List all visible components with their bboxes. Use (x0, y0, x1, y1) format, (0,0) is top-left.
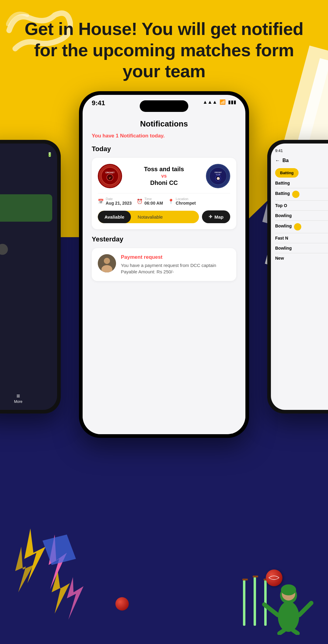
right-yellow-dot-2 (294, 223, 301, 230)
right-screen-content: 9:41 🔋 ← Ba Batting Batting Batting Top … (271, 144, 328, 267)
available-button[interactable]: Avaliable (98, 211, 131, 223)
wifi-icon: 📶 (220, 99, 226, 105)
back-arrow-icon[interactable]: ← (275, 158, 280, 163)
right-top-label: Top O (275, 203, 328, 208)
left-view-all-1[interactable]: View all (0, 234, 52, 239)
calendar-icon: 📅 (98, 199, 104, 204)
time-label: Time (145, 197, 163, 201)
batting-active-label: Batting (275, 168, 299, 178)
payment-title: Payment request (121, 254, 230, 260)
right-bowling-3: Bowling (275, 246, 328, 251)
not-available-button[interactable]: Notavaliable (131, 211, 169, 223)
svg-line-30 (293, 630, 298, 633)
payment-avatar (98, 254, 116, 272)
left-avatar-row (0, 244, 52, 255)
left-status-bar: 9:41 🔋 (0, 150, 52, 157)
payment-card: Payment request You have a payment reque… (92, 248, 236, 281)
right-batting-1: Batting (275, 181, 328, 185)
battery-icon: ▮▮▮ (228, 99, 236, 105)
bottom-section (0, 468, 328, 644)
right-batting-active-pill[interactable]: Batting (275, 168, 328, 181)
phone-right: 9:41 🔋 ← Ba Batting Batting Batting Top … (267, 140, 328, 414)
phone-left-screen: 9:41 🔋 🔔 🔍 m View all B View all (0, 144, 57, 410)
right-bowling-1: Bowling (275, 213, 328, 218)
right-back-label: Ba (282, 158, 289, 163)
summary-suffix: today. (150, 133, 165, 139)
team2-name: Dhoni CC (122, 179, 206, 186)
payment-content: Payment request You have a payment reque… (121, 254, 230, 275)
left-battery-icon: 🔋 (47, 152, 52, 157)
right-divider-5 (275, 233, 328, 233)
phone-center: 9:41 ▲▲▲ 📶 ▮▮▮ Notifications You have 1 … (79, 91, 249, 438)
right-divider-7 (275, 253, 328, 253)
date-value: Aug 21, 2023 (106, 201, 132, 206)
dynamic-island (140, 100, 188, 112)
right-batting-2: Batting (275, 191, 290, 196)
time-value: 06:00 AM (145, 201, 163, 206)
right-divider-1 (275, 188, 328, 188)
svg-rect-17 (243, 580, 245, 626)
svg-line-29 (279, 630, 284, 633)
date-detail: 📅 Date Aug 21, 2023 (98, 197, 132, 206)
svg-line-27 (264, 604, 278, 615)
cricket-ball-2 (115, 597, 129, 611)
right-divider-2 (275, 200, 328, 201)
screen-content[interactable]: Notifications You have 1 Notification to… (83, 116, 245, 434)
team2-logo: CRICKET CLUB ⚾ (206, 164, 230, 188)
right-fast-label: Fast N (275, 236, 328, 241)
right-bowling-2: Bowling (275, 223, 292, 228)
payment-description: You have a payment request from DCC capt… (121, 262, 230, 275)
right-divider-4 (275, 220, 328, 221)
match-vs: Toss and tails vs Dhoni CC (122, 166, 206, 186)
phone-center-frame: 9:41 ▲▲▲ 📶 ▮▮▮ Notifications You have 1 … (79, 91, 249, 438)
cricket-player (258, 556, 319, 635)
screen-title: Notifications (92, 119, 236, 129)
map-label: Map (214, 214, 224, 220)
right-new-label: New (275, 256, 328, 261)
summary-highlight: 1 Notification (116, 133, 150, 139)
match-teams: CRICKET 🏏 Toss and tails vs Dhoni CC (98, 164, 230, 188)
left-green-card (0, 194, 52, 222)
svg-text:CRICKET: CRICKET (214, 171, 222, 173)
svg-text:🏏: 🏏 (109, 176, 112, 179)
time-detail: ⏰ Time 06:00 AM (137, 197, 163, 206)
location-detail: 📍 Location Chrompet (168, 197, 196, 206)
location-info: Location Chrompet (176, 197, 196, 206)
summary-prefix: You have (92, 133, 114, 139)
left-view-all-2[interactable]: View all (0, 267, 52, 271)
match-details: 📅 Date Aug 21, 2023 ⏰ Time 06:00 AM (98, 193, 230, 206)
left-more-label: More (14, 400, 22, 404)
date-info: Date Aug 21, 2023 (106, 197, 132, 206)
svg-point-23 (278, 601, 299, 632)
clock-icon: ⏰ (137, 199, 143, 204)
phone-left: 9:41 🔋 🔔 🔍 m View all B View all (0, 140, 61, 414)
svg-point-12 (104, 258, 110, 264)
match-actions: Avaliable Notavaliable ✈ Map (98, 210, 230, 223)
availability-buttons: Avaliable Notavaliable (98, 211, 199, 223)
svg-marker-15 (43, 535, 76, 565)
phone-right-screen: 9:41 🔋 ← Ba Batting Batting Batting Top … (271, 144, 328, 410)
svg-rect-20 (242, 579, 248, 580)
right-divider-3 (275, 210, 328, 211)
status-icons: ▲▲▲ 📶 ▮▮▮ (203, 99, 236, 105)
map-button[interactable]: ✈ Map (202, 210, 230, 223)
yesterday-section-title: Yesterday (92, 235, 236, 243)
right-back-header: ← Ba (275, 158, 328, 163)
right-yellow-dot-1 (292, 191, 299, 198)
location-label: Location (176, 197, 196, 201)
send-icon: ✈ (209, 214, 213, 220)
svg-point-26 (281, 584, 296, 595)
right-status-bar: 9:41 🔋 (275, 148, 328, 153)
menu-icon: ≡ (16, 393, 20, 400)
bell-icon: 🔔 (0, 166, 52, 175)
svg-text:CLUB: CLUB (216, 174, 220, 175)
phone-right-frame: 9:41 🔋 ← Ba Batting Batting Batting Top … (267, 140, 328, 414)
left-screen-content: 9:41 🔋 🔔 🔍 m View all B View all (0, 144, 57, 297)
svg-text:⚾: ⚾ (217, 177, 220, 180)
header-section: Get in House! You will get notified for … (0, 18, 328, 82)
header-title: Get in House! You will get notified for … (18, 18, 310, 82)
date-label: Date (106, 197, 132, 201)
today-section-title: Today (92, 145, 236, 153)
notification-summary: You have 1 Notification today. (92, 133, 236, 139)
svg-line-28 (299, 603, 311, 615)
